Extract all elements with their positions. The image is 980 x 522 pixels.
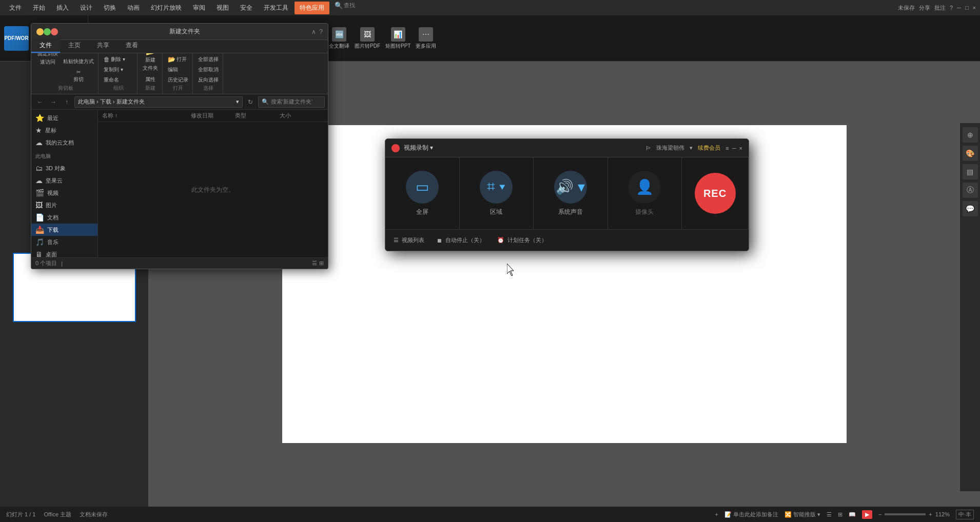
fe-tab-home[interactable]: 主页 [60, 39, 89, 53]
vr-minimize-btn[interactable]: ─ [732, 145, 736, 151]
sidebar-starred[interactable]: ★ 星标 [31, 124, 97, 136]
sidebar-desktop[interactable]: 🖥 桌面 [31, 248, 97, 257]
fe-copy-to-btn[interactable]: 复制到 ▾ [102, 65, 125, 74]
fe-view-list[interactable]: ☰ [312, 260, 317, 267]
fe-open-btn[interactable]: 📂 打开 [166, 55, 189, 64]
sidebar-music[interactable]: 🎵 音乐 [31, 236, 97, 248]
rt-btn-1[interactable]: ⊕ [963, 127, 978, 143]
zoom-in[interactable]: + [929, 511, 932, 517]
vr-camera-group[interactable]: 👤 摄像头 [608, 157, 682, 229]
table-to-ppt-btn[interactable]: 📊 矩图转PPT [383, 26, 413, 51]
fe-up-btn[interactable]: ↑ [61, 96, 72, 108]
play-btn[interactable]: ▶ [862, 510, 872, 519]
view-grid[interactable]: ⊞ [838, 511, 842, 518]
menu-security[interactable]: 安全 [235, 2, 258, 14]
fe-paste-btn[interactable]: 📄 粘贴 [61, 53, 96, 55]
help-btn[interactable]: ? [950, 5, 953, 11]
sidebar-recent[interactable]: ⭐ 最近 [31, 112, 97, 124]
close-btn[interactable]: × [973, 5, 976, 11]
fe-edit-btn[interactable]: 编辑 [166, 65, 180, 74]
sidebar-downloads[interactable]: 📥 下载 [31, 224, 97, 236]
fe-select-all-btn[interactable]: 全部选择 [196, 55, 221, 64]
fe-history-btn[interactable]: 历史记录 [166, 75, 190, 85]
vr-auto-stop-btn[interactable]: ⏹ 自动停止（关） [437, 236, 485, 244]
fe-collapse[interactable]: ∧ [311, 28, 316, 35]
fe-tab-file[interactable]: 文件 [31, 39, 60, 53]
fe-help[interactable]: ? [319, 28, 323, 35]
fe-tab-view[interactable]: 查看 [117, 39, 146, 53]
fe-close[interactable] [51, 28, 58, 35]
add-slide-btn[interactable]: + [715, 511, 718, 517]
input-method[interactable]: 中·丰 [956, 510, 974, 519]
menu-design[interactable]: 设计 [75, 2, 97, 14]
menu-home[interactable]: 开始 [28, 2, 50, 14]
fe-pin-btn[interactable]: 📌 固定到快 速访问 [35, 53, 60, 67]
fe-tab-share[interactable]: 共享 [89, 39, 117, 53]
fe-minimize[interactable] [36, 28, 44, 35]
zoom-level[interactable]: 112% [935, 511, 950, 517]
vr-camera-btn[interactable]: 👤 [628, 171, 661, 204]
vr-audio-group[interactable]: 🔊 ▾ 系统声音 [534, 157, 608, 229]
view-normal[interactable]: ☰ [827, 511, 832, 518]
col-type[interactable]: 类型 [235, 112, 279, 119]
menu-animation[interactable]: 动画 [122, 2, 145, 14]
col-name[interactable]: 名称 ↑ [102, 112, 191, 119]
fe-back-btn[interactable]: ← [34, 96, 46, 108]
pdf-wor-button[interactable]: PDF/WOR [4, 26, 29, 51]
fe-refresh-btn[interactable]: ↻ [245, 96, 256, 108]
rt-btn-4[interactable]: Ⓐ [963, 183, 978, 198]
vr-record-btn[interactable]: REC [695, 173, 736, 214]
vr-menu-btn[interactable]: ≡ [726, 145, 729, 151]
fe-forward-btn[interactable]: → [48, 96, 59, 108]
comments-btn[interactable]: 批注 [934, 4, 946, 12]
vr-schedule-btn[interactable]: ⏰ 计划任务（关） [497, 236, 547, 244]
sidebar-cloud-docs[interactable]: ☁ 我的云文档 [31, 136, 97, 149]
search-label[interactable]: 查找 [344, 2, 355, 14]
img-to-pdf-btn[interactable]: 🖼 图片转PDF [352, 26, 383, 51]
fe-new-folder-btn[interactable]: 📁 新建 文件夹 [141, 53, 160, 73]
rt-btn-3[interactable]: ▤ [963, 164, 978, 179]
col-date[interactable]: 修改日期 [191, 112, 235, 119]
rt-btn-5[interactable]: 💬 [963, 201, 978, 216]
vr-region-group[interactable]: ⌗ ▾ 区域 [460, 157, 534, 229]
fe-view-grid[interactable]: ⊞ [319, 260, 324, 267]
smart-push[interactable]: 🔀 智能推版 ▾ [785, 511, 820, 518]
menu-featured[interactable]: 特色应用 [295, 2, 329, 14]
fe-maximize[interactable] [44, 28, 51, 35]
rt-btn-2[interactable]: 🎨 [963, 146, 978, 161]
sidebar-pictures[interactable]: 🖼 图片 [31, 199, 97, 211]
path-dropdown[interactable]: ▾ [236, 98, 239, 105]
vr-fullscreen-btn[interactable]: ▭ [406, 171, 439, 204]
vr-fullscreen-group[interactable]: ▭ 全屏 [385, 157, 460, 229]
maximize-btn[interactable]: □ [965, 5, 969, 11]
view-reader[interactable]: 📖 [849, 511, 856, 518]
zoom-out[interactable]: − [878, 511, 881, 517]
minimize-btn[interactable]: ─ [957, 5, 961, 11]
sidebar-nutstore[interactable]: ☁ 坚果云 [31, 174, 97, 187]
col-size[interactable]: 大小 [280, 112, 324, 119]
share-btn[interactable]: 分享 [919, 4, 930, 12]
translate-btn[interactable]: 🔤 全文翻译 [326, 26, 352, 51]
fe-delete-btn[interactable]: 🗑 删除 ▾ [102, 55, 127, 64]
vr-close-btn[interactable]: × [739, 145, 742, 151]
fe-search-box[interactable]: 🔍 搜索'新建文件夹' [258, 96, 325, 108]
fe-paste-shortcut-btn[interactable]: 粘贴快捷方式 [61, 56, 96, 67]
notes-btn[interactable]: 📝 单击此处添加备注 [724, 511, 778, 518]
menu-slideshow[interactable]: 幻灯片放映 [146, 2, 187, 14]
sidebar-docs[interactable]: 📄 文档 [31, 211, 97, 224]
zoom-slider[interactable] [885, 513, 926, 515]
fe-move-btn[interactable]: 📦 移动到 ▾ [102, 53, 134, 54]
menu-view[interactable]: 视图 [211, 2, 234, 14]
menu-review[interactable]: 审阅 [188, 2, 210, 14]
menu-devtools[interactable]: 开发工具 [259, 2, 293, 14]
vr-vip-label[interactable]: 续费会员 [698, 144, 720, 152]
sidebar-3d[interactable]: 🗂 3D 对象 [31, 162, 97, 174]
fe-properties-btn[interactable]: 属性 [143, 74, 158, 85]
fe-rename-btn[interactable]: 重命名 [102, 75, 121, 85]
menu-switch[interactable]: 切换 [99, 2, 121, 14]
fe-deselect-btn[interactable]: 全部取消 [196, 65, 221, 74]
sidebar-video[interactable]: 🎬 视频 [31, 187, 97, 199]
more-apps-btn[interactable]: ⋯ 更多应用 [413, 26, 439, 51]
fe-address-path[interactable]: 此电脑 › 下载 › 新建文件夹 ▾ [74, 96, 243, 108]
fe-cut-btn[interactable]: ✂ 剪切 [61, 68, 96, 85]
